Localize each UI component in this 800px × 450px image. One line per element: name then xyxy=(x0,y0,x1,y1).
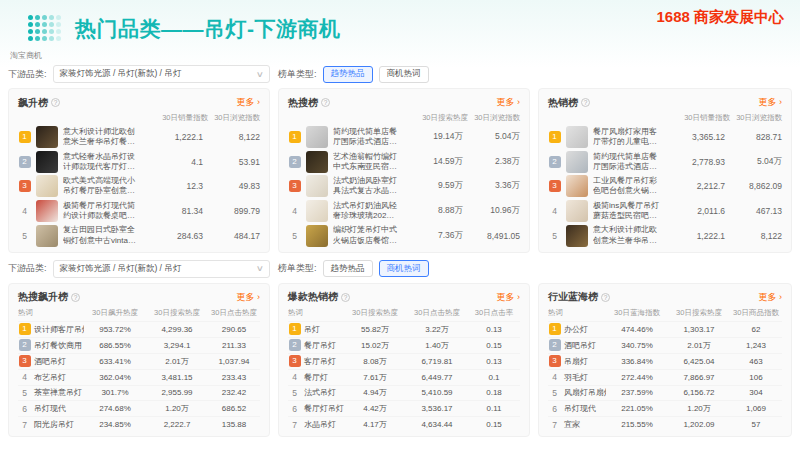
metric-value-2: 3.22万 xyxy=(406,324,468,335)
product-row[interactable]: 2 艺术渔翁帽竹编灯中式东南亚民宿禅意灯日式餐厅民宿酒店竹艺吊灯 14.59万 … xyxy=(288,150,520,175)
more-link[interactable]: 更多 › xyxy=(497,291,521,304)
metric-value-1: 4.42万 xyxy=(344,403,406,414)
metric-value-2: 8,491.05 xyxy=(468,231,520,241)
keyword-row[interactable]: 6吊灯现代 274.68% 1.20万 686.52 xyxy=(18,400,260,416)
column-header: 30日搜索热度 xyxy=(344,308,406,318)
keyword-row[interactable]: 1设计师客厅吊灯 953.72% 4,299.36 290.65 xyxy=(18,321,260,337)
metric-value-2: 5,410.59 xyxy=(406,388,468,397)
more-link[interactable]: 更多 › xyxy=(497,96,521,109)
panel-surge-list: 飙升榜 ? 更多 › 30日销量指数 30日浏览指数 1 意大利设计师北欧创意米… xyxy=(8,88,270,253)
metric-value-1: 953.72% xyxy=(84,325,146,334)
keyword-row[interactable]: 7宜家 215.55% 1,202.09 57 xyxy=(548,416,782,432)
column-header: 30日浏览指数 xyxy=(208,113,260,123)
product-row[interactable]: 5 复古田园日式卧室全铜灯创意中古vintage法式客厅设计师玻璃吊灯 284.… xyxy=(18,223,260,248)
product-thumbnail xyxy=(36,175,58,197)
keyword-row[interactable]: 1办公灯 474.46% 1,303.17 62 xyxy=(548,321,782,337)
product-row[interactable]: 3 工业风餐厅吊灯彩色吧台创意火锅奶茶店铺超市单头灯理发店灯罩 2,212.7 … xyxy=(548,174,782,199)
keyword-row[interactable]: 5茶室禅意吊灯 301.7% 2,955.99 232.42 xyxy=(18,385,260,401)
type-option-趋势热品[interactable]: 趋势热品 xyxy=(323,260,373,277)
metric-value-2: 6,449.77 xyxy=(406,373,468,382)
product-row[interactable]: 1 餐厅风扇灯家用客厅带灯的儿童电扇小型卧室北欧吸顶灯 3,365.12 828… xyxy=(548,125,782,150)
keyword-text: 餐厅吊灯 xyxy=(304,340,336,351)
panel-title: 爆款热销榜 xyxy=(288,290,338,304)
panel-title: 行业蓝海榜 xyxy=(548,290,598,304)
more-link[interactable]: 更多 › xyxy=(759,291,783,304)
product-row[interactable]: 5 编织灯笼吊灯中式火锅店饭店餐馆竹艺灯店铺商用民宿茶室日式灯具 7.36万 8… xyxy=(288,223,520,248)
info-icon[interactable]: ? xyxy=(71,293,80,302)
page-header: 热门品类——吊灯-下游商机 1688 商家发展中心 xyxy=(0,0,800,48)
rank-badge: 2 xyxy=(289,156,301,168)
keyword-row[interactable]: 4布艺吊灯 362.04% 3,481.15 233.43 xyxy=(18,369,260,385)
product-row[interactable]: 1 意大利设计师北欧创意米兰奢华吊灯餐厅客厅卧室复式楼梯纱玻璃吊灯 1,222.… xyxy=(18,125,260,150)
product-row[interactable]: 4 法式吊灯奶油风轻奢珍珠玻璃2024年新款客厅卧室餐厅奶油风灯具 8.88万 … xyxy=(288,199,520,224)
product-title: 简约现代简单店餐厅国际港式酒店用灯店铺商用灯创意个性球形橱窗灯具 xyxy=(593,152,660,173)
keyword-row[interactable]: 3吊扇灯 336.84% 6,425.04 463 xyxy=(548,353,782,369)
panel-hot-search-surge-list: 热搜飙升榜 ? 更多 › 热词 30日飙升热度 30日搜索热度 30日点击热度 … xyxy=(8,283,270,437)
more-link[interactable]: 更多 › xyxy=(237,291,261,304)
panel-title: 热搜榜 xyxy=(288,96,318,110)
type-label: 榜单类型: xyxy=(278,262,317,275)
more-link[interactable]: 更多 › xyxy=(759,96,783,109)
rank-badge: 1 xyxy=(19,131,31,143)
rank-badge: 3 xyxy=(289,180,301,192)
product-title: 餐厅风扇灯家用客厅带灯的儿童电扇小型卧室北欧吸顶灯 xyxy=(593,127,660,148)
product-row[interactable]: 1 简约现代简单店餐厅国际港式酒店用灯店铺商用灯创意个性球形橱窗灯具 19.14… xyxy=(288,125,520,150)
info-icon[interactable]: ? xyxy=(341,293,350,302)
info-icon[interactable]: ? xyxy=(601,293,610,302)
keyword-row[interactable]: 5法式吊灯 4.94万 5,410.59 0.18 xyxy=(288,385,520,401)
keyword-row[interactable]: 3客厅吊灯 8.08万 6,719.81 0.13 xyxy=(288,353,520,369)
product-title: 法式奶油风卧室灯具法式复古水晶吊灯2024新款客厅主卧餐厅中山灯具 xyxy=(333,176,398,197)
keyword-row[interactable]: 2吊灯餐饮商用 686.55% 3,294.1 211.33 xyxy=(18,337,260,353)
info-icon[interactable]: ? xyxy=(581,98,590,107)
metric-value-3: 1,037.94 xyxy=(208,357,260,366)
product-row[interactable]: 3 欧式美式高端现代小吊灯餐厅卧室创意个性北欧玉石水晶复古灯具 12.3 49.… xyxy=(18,174,260,199)
metric-value-1: 9.59万 xyxy=(403,180,463,192)
keyword-row[interactable]: 2餐厅吊灯 15.02万 1.40万 0.15 xyxy=(288,337,520,353)
keyword-row[interactable]: 7水晶吊灯 4.17万 4,634.44 0.15 xyxy=(288,416,520,432)
metric-value-2: 2.01万 xyxy=(668,340,730,351)
type-option-商机热词[interactable]: 商机热词 xyxy=(379,260,429,277)
keyword-row[interactable]: 1吊灯 55.82万 3.22万 0.13 xyxy=(288,321,520,337)
rank-number: 5 xyxy=(548,388,561,398)
keyword-row[interactable]: 4羽毛灯 272.44% 7,866.97 106 xyxy=(548,369,782,385)
metric-value-2: 3,294.1 xyxy=(146,341,208,350)
product-title: 工业风餐厅吊灯彩色吧台创意火锅奶茶店铺超市单头灯理发店灯罩 xyxy=(593,176,660,197)
metric-value-3: 57 xyxy=(730,420,782,429)
product-row[interactable]: 2 意式轻奢水晶吊灯设计师款现代客厅灯创意大气别墅豪宅酒店餐厅灯 4.1 53.… xyxy=(18,150,260,175)
column-header: 30日点击热度 xyxy=(208,308,260,318)
product-row[interactable]: 5 意大利设计师北欧创意米兰奢华吊灯餐厅客厅卧室复式楼梯纱玻璃吊灯 1,222.… xyxy=(548,223,782,248)
product-title: 简约现代简单店餐厅国际港式酒店用灯店铺商用灯创意个性球形橱窗灯具 xyxy=(333,127,398,148)
metric-value-2: 53.91 xyxy=(208,157,260,167)
keyword-text: 法式吊灯 xyxy=(304,387,336,398)
metric-value-1: 4.1 xyxy=(143,157,203,167)
keyword-text: 吊灯现代 xyxy=(34,403,66,414)
product-row[interactable]: 3 法式奶油风卧室灯具法式复古水晶吊灯2024新款客厅主卧餐厅中山灯具 9.59… xyxy=(288,174,520,199)
product-row[interactable]: 4 极简餐厅吊灯现代简约设计师款餐桌吧台射灯创意轻奢一字长条灯具 81.34 8… xyxy=(18,199,260,224)
column-headers: 30日搜索热度 30日浏览指数 xyxy=(288,111,520,125)
more-link[interactable]: 更多 › xyxy=(237,96,261,109)
page-tag: 淘宝商机 xyxy=(10,50,800,61)
type-option-趋势热品[interactable]: 趋势热品 xyxy=(323,66,373,83)
metric-value-1: 15.02万 xyxy=(344,340,406,351)
metric-value-2: 899.79 xyxy=(208,206,260,216)
column-header: 热词 xyxy=(288,308,344,318)
product-row[interactable]: 2 简约现代简单店餐厅国际港式酒店用灯店铺商用灯创意个性球形橱窗灯具 2,778… xyxy=(548,150,782,175)
info-icon[interactable]: ? xyxy=(51,98,60,107)
keyword-row[interactable]: 6吊灯现代 221.05% 1.20万 1,069 xyxy=(548,400,782,416)
info-icon[interactable]: ? xyxy=(321,98,330,107)
keyword-row[interactable]: 3酒吧吊灯 633.41% 2.01万 1,037.94 xyxy=(18,353,260,369)
keyword-row[interactable]: 6餐厅灯吊灯 4.42万 3,536.17 0.11 xyxy=(288,400,520,416)
rank-badge: 3 xyxy=(549,180,561,192)
keyword-row[interactable]: 7阳光房吊灯 234.85% 2,222.7 135.88 xyxy=(18,416,260,432)
metric-value-3: 0.13 xyxy=(468,357,520,366)
keyword-row[interactable]: 2酒吧吊灯 340.75% 2.01万 1,243 xyxy=(548,337,782,353)
rank-badge: 1 xyxy=(19,323,31,335)
category-select[interactable]: 家装灯饰光源 / 吊灯(新款) / 吊灯 ∨ xyxy=(53,65,270,83)
rank-number: 5 xyxy=(548,231,561,241)
keyword-row[interactable]: 4餐厅灯 7.61万 6,449.77 0.1 xyxy=(288,369,520,385)
type-option-商机热词[interactable]: 商机热词 xyxy=(379,66,429,83)
keyword-row[interactable]: 5风扇灯吊扇灯 237.59% 6,156.72 304 xyxy=(548,385,782,401)
metric-value-2: 6,425.04 xyxy=(668,357,730,366)
category-select[interactable]: 家装灯饰光源 / 吊灯(新款) / 吊灯 ∨ xyxy=(53,260,270,278)
product-row[interactable]: 4 极简ins风餐厅吊灯蘑菇造型民宿吧台灯创意个性设计师日式侘寂风 2,011.… xyxy=(548,199,782,224)
